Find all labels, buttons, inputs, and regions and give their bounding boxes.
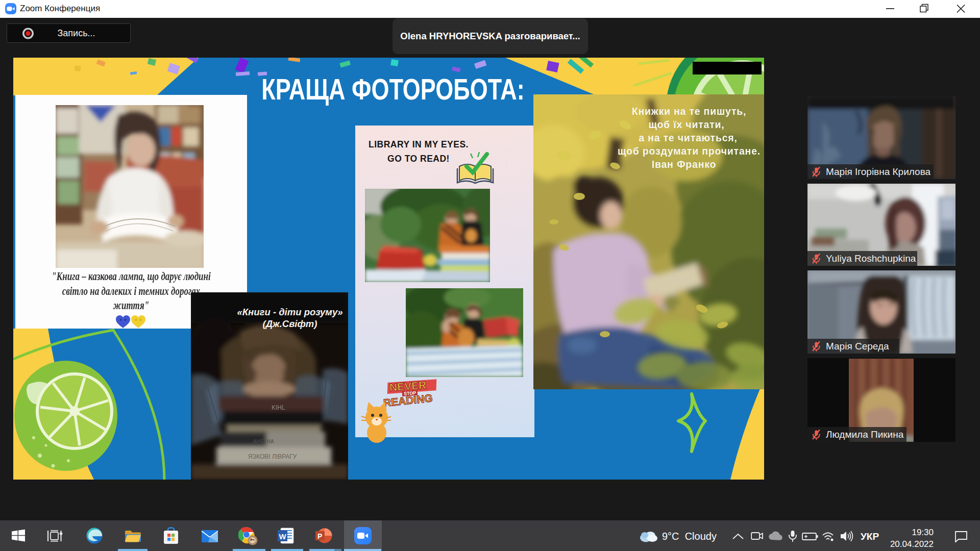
svg-text:P: P — [317, 532, 322, 540]
svg-text:а на те читаються,: а на те читаються, — [639, 132, 738, 143]
svg-text:щоб їх читати,: щоб їх читати, — [648, 119, 724, 130]
svg-text:W: W — [279, 532, 287, 541]
svg-text:Книжки на те пишуть,: Книжки на те пишуть, — [632, 106, 747, 117]
svg-text:Іван Франко: Іван Франко — [652, 159, 717, 170]
svg-text:щоб роздумати прочитане.: щоб роздумати прочитане. — [618, 145, 761, 157]
